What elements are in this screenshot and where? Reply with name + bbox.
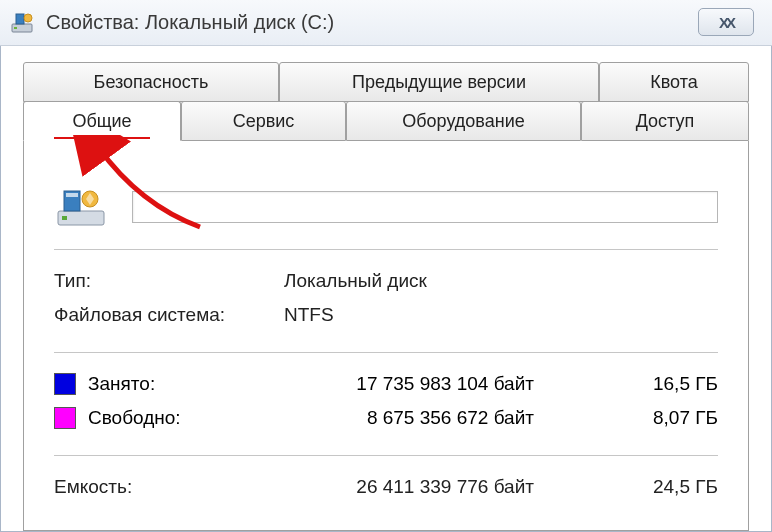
free-space-bytes: 8 675 356 672 байт — [284, 407, 534, 429]
divider-3 — [54, 455, 718, 456]
tab-sharing[interactable]: Доступ — [581, 101, 749, 141]
divider-2 — [54, 352, 718, 353]
drive-name-row — [54, 185, 718, 229]
close-button[interactable]: XX — [698, 8, 754, 36]
used-space-label: Занято: — [88, 373, 284, 395]
svg-rect-5 — [62, 216, 67, 220]
divider-1 — [54, 249, 718, 250]
close-icon: XX — [719, 14, 733, 31]
tab-security[interactable]: Безопасность — [23, 62, 279, 102]
tab-row-front: Общие Сервис Оборудование Доступ — [23, 101, 749, 141]
type-value: Локальный диск — [284, 270, 427, 292]
capacity-row: Емкость: 26 411 339 776 байт 24,5 ГБ — [54, 470, 718, 504]
drive-icon — [54, 185, 110, 229]
svg-point-3 — [24, 14, 32, 22]
type-label: Тип: — [54, 270, 284, 292]
window-title: Свойства: Локальный диск (C:) — [46, 11, 334, 34]
tab-container: Безопасность Предыдущие версии Квота Общ… — [23, 62, 749, 141]
active-tab-underline — [54, 137, 150, 139]
svg-rect-7 — [66, 193, 78, 197]
used-space-row: Занято: 17 735 983 104 байт 16,5 ГБ — [54, 367, 718, 401]
free-space-gb: 8,07 ГБ — [534, 407, 718, 429]
capacity-bytes: 26 411 339 776 байт — [284, 476, 534, 498]
tab-hardware[interactable]: Оборудование — [346, 101, 581, 141]
window-body: Безопасность Предыдущие версии Квота Общ… — [0, 46, 772, 532]
general-panel: Тип: Локальный диск Файловая система: NT… — [23, 141, 749, 531]
free-space-label: Свободно: — [88, 407, 284, 429]
svg-rect-2 — [16, 14, 24, 24]
capacity-gb: 24,5 ГБ — [534, 476, 718, 498]
filesystem-label: Файловая система: — [54, 304, 284, 326]
type-row: Тип: Локальный диск — [54, 264, 718, 298]
tab-quota[interactable]: Квота — [599, 62, 749, 102]
tab-general[interactable]: Общие — [23, 101, 181, 141]
drive-properties-icon — [10, 10, 36, 36]
tab-row-back: Безопасность Предыдущие версии Квота — [23, 62, 749, 102]
free-space-row: Свободно: 8 675 356 672 байт 8,07 ГБ — [54, 401, 718, 435]
filesystem-value: NTFS — [284, 304, 334, 326]
used-space-bytes: 17 735 983 104 байт — [284, 373, 534, 395]
tab-previous-versions[interactable]: Предыдущие версии — [279, 62, 599, 102]
titlebar: Свойства: Локальный диск (C:) XX — [0, 0, 772, 46]
used-space-swatch — [54, 373, 76, 395]
drive-name-input[interactable] — [132, 191, 718, 223]
capacity-label: Емкость: — [54, 476, 284, 498]
tab-tools[interactable]: Сервис — [181, 101, 346, 141]
used-space-gb: 16,5 ГБ — [534, 373, 718, 395]
svg-rect-1 — [14, 27, 17, 29]
free-space-swatch — [54, 407, 76, 429]
filesystem-row: Файловая система: NTFS — [54, 298, 718, 332]
